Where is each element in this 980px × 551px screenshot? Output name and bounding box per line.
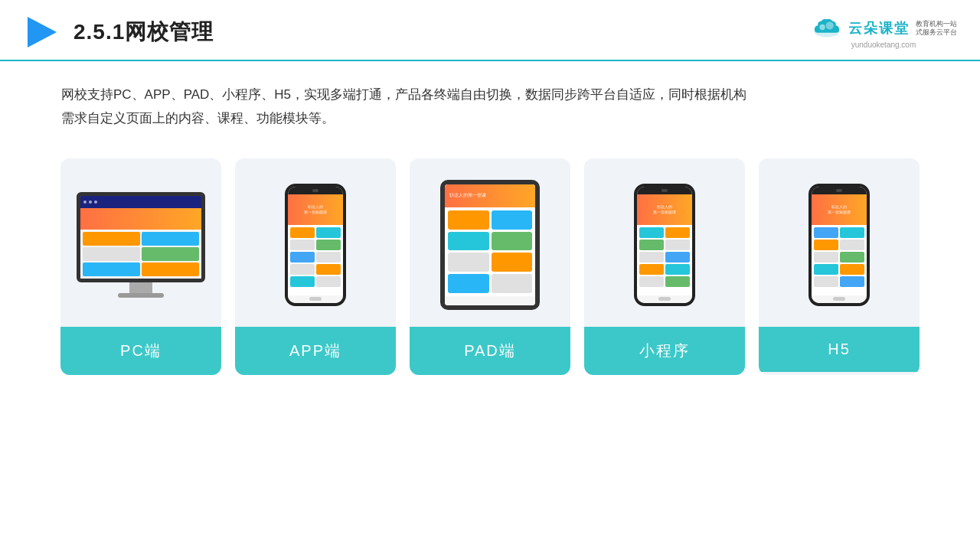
card-h5: 职达人的第一堂刷题课 <box>759 158 920 375</box>
app-phone-icon: 职达人的第一堂刷题课 <box>285 184 346 306</box>
card-app-label: APP端 <box>235 327 396 375</box>
brand-logo: 云朵课堂 教育机构一站 式服务云平台 <box>810 16 957 41</box>
page-title: 2.5.1网校管理 <box>74 18 214 47</box>
description-line1: 网校支持PC、APP、PAD、小程序、H5，实现多端打通，产品各终端自由切换，数… <box>61 83 919 106</box>
card-pc-label: PC端 <box>60 327 221 375</box>
brand-url: yunduoketang.com <box>851 41 916 49</box>
page-header: 2.5.1网校管理 云朵课堂 教育机构一站 式服务云平台 yunduoketan… <box>0 0 980 61</box>
brand-slogan-line2: 式服务云平台 <box>916 28 957 37</box>
card-pad-label: PAD端 <box>410 327 570 375</box>
brand-name: 云朵课堂 <box>848 19 910 37</box>
cloud-logo-icon <box>810 16 844 41</box>
card-h5-label: H5 <box>759 327 920 372</box>
card-pad: 职达人的第一堂课 PAD端 <box>410 158 570 375</box>
card-app-image: 职达人的第一堂刷题课 <box>235 158 396 327</box>
svg-point-2 <box>819 24 825 29</box>
svg-point-3 <box>826 21 834 29</box>
pc-monitor-icon <box>77 192 205 298</box>
card-pc-image <box>60 158 221 327</box>
card-miniprogram-image: 职达人的第一堂刷题课 <box>584 158 745 327</box>
card-miniprogram: 职达人的第一堂刷题课 <box>584 158 745 375</box>
pad-tablet-icon: 职达人的第一堂课 <box>440 180 540 310</box>
card-app: 职达人的第一堂刷题课 <box>235 158 396 375</box>
miniprogram-phone-icon: 职达人的第一堂刷题课 <box>634 184 695 306</box>
card-h5-image: 职达人的第一堂刷题课 <box>759 158 920 327</box>
description-line2: 需求自定义页面上的内容、课程、功能模块等。 <box>61 106 919 130</box>
logo-icon <box>23 14 60 51</box>
brand-area: 云朵课堂 教育机构一站 式服务云平台 yunduoketang.com <box>810 16 957 49</box>
card-pc: PC端 <box>60 158 221 375</box>
brand-slogan-line1: 教育机构一站 <box>916 20 957 28</box>
svg-marker-0 <box>28 17 57 47</box>
header-left: 2.5.1网校管理 <box>23 14 214 51</box>
h5-phone-icon: 职达人的第一堂刷题课 <box>808 184 870 306</box>
card-miniprogram-label: 小程序 <box>584 327 745 375</box>
description-block: 网校支持PC、APP、PAD、小程序、H5，实现多端打通，产品各终端自由切换，数… <box>0 61 980 131</box>
card-pad-image: 职达人的第一堂课 <box>410 158 570 327</box>
platform-cards: PC端 职达人的第一堂刷题课 <box>0 131 980 375</box>
